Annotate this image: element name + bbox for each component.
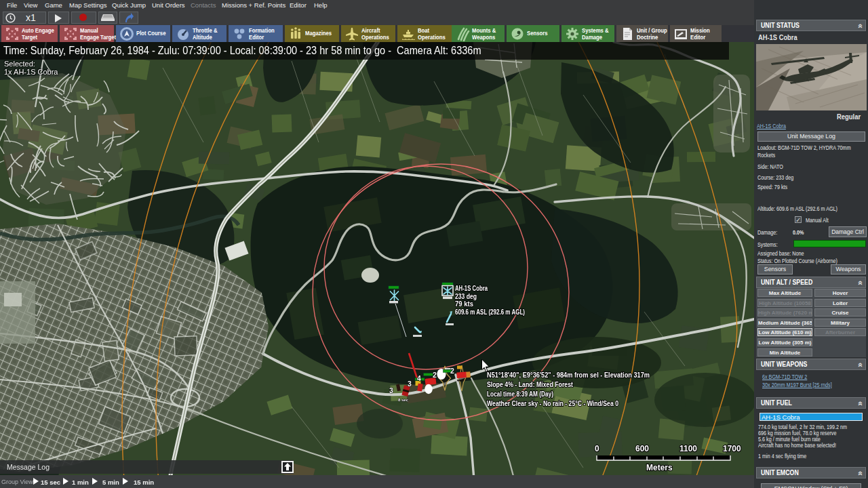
svg-text:4: 4 (417, 374, 421, 382)
svg-text:2: 2 (433, 371, 437, 379)
svg-text:233 deg: 233 deg (455, 292, 477, 300)
svg-text:3: 3 (389, 386, 393, 394)
svg-text:0: 0 (595, 444, 599, 453)
svg-text:Weather Clear sky - No rain -: Weather Clear sky - No rain - 25°C - Win… (487, 399, 618, 407)
svg-text:600: 600 (635, 444, 649, 453)
svg-text:Local time 8:39 AM (Day): Local time 8:39 AM (Day) (487, 390, 553, 398)
svg-text:79 kts: 79 kts (455, 300, 473, 308)
svg-text:Slope 4% - Land: Mixed Forest: Slope 4% - Land: Mixed Forest (487, 380, 573, 388)
svg-text:2: 2 (450, 367, 454, 375)
svg-text:3: 3 (408, 380, 412, 388)
svg-text:1700: 1700 (723, 444, 741, 453)
svg-text:Meters: Meters (646, 463, 673, 472)
svg-text:1100: 1100 (679, 444, 697, 453)
svg-text:N51°18'40", E9°36'52" - 984m f: N51°18'40", E9°36'52" - 984m from sel - … (487, 371, 650, 379)
svg-text:8 sec: 8 sec (398, 398, 409, 402)
svg-text:AH-1S Cobra: AH-1S Cobra (455, 284, 488, 292)
svg-text:609.6 m ASL (292.6 m AGL): 609.6 m ASL (292.6 m AGL) (455, 308, 525, 316)
